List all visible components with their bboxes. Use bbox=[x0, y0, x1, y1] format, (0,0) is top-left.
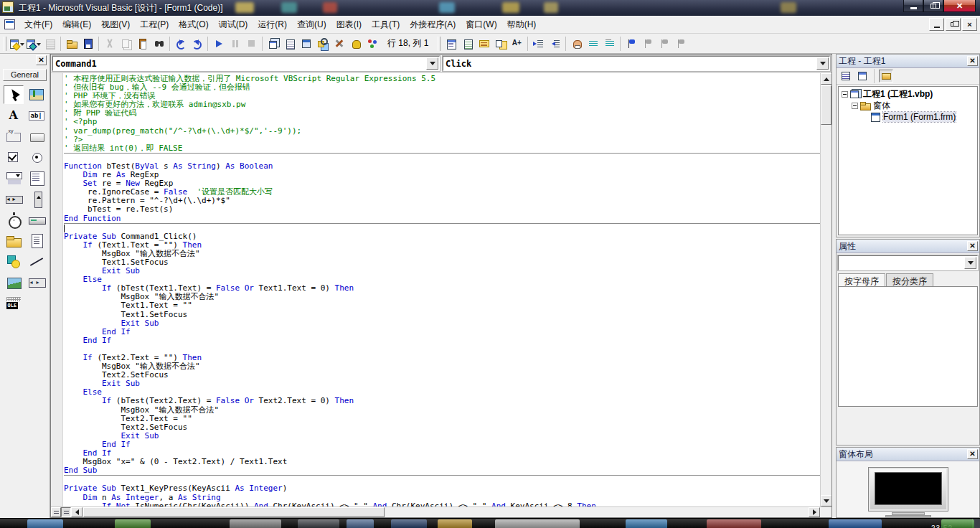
complete-word-button[interactable] bbox=[509, 36, 525, 52]
close-button[interactable]: ✕ bbox=[943, 0, 976, 12]
project-explorer-button[interactable] bbox=[265, 36, 281, 52]
taskbar-app-icon[interactable] bbox=[230, 519, 281, 528]
quick-info-button[interactable] bbox=[476, 36, 492, 52]
taskbar-app-icon[interactable] bbox=[298, 519, 339, 528]
full-module-view-button[interactable] bbox=[61, 507, 71, 517]
scroll-up-button[interactable] bbox=[821, 73, 831, 85]
taskbar-app-icon[interactable] bbox=[27, 519, 63, 528]
event-combo[interactable]: Click bbox=[443, 56, 830, 71]
code-line-4[interactable]: ' 如果您有更好的方法，欢迎联系 admin@sxb.pw bbox=[64, 100, 820, 109]
combo-dropdown-icon[interactable] bbox=[964, 257, 976, 269]
code-line-11[interactable]: Function bTest(ByVal s As String) As Boo… bbox=[64, 162, 820, 171]
add-form-button[interactable] bbox=[25, 36, 42, 52]
menu-item-工程P[interactable]: 工程(P) bbox=[135, 16, 174, 33]
properties-tab-categorized[interactable]: 按分类序 bbox=[886, 273, 933, 286]
outdent-button[interactable] bbox=[547, 36, 563, 52]
list-properties-button[interactable] bbox=[443, 36, 459, 52]
redo-button[interactable] bbox=[189, 36, 205, 52]
data-view-button[interactable] bbox=[347, 36, 364, 52]
form-layout-titlebar[interactable]: 窗体布局 ✕ bbox=[837, 448, 979, 461]
code-line-41[interactable]: Text2.SetFocus bbox=[64, 423, 820, 432]
tool-checkbox[interactable] bbox=[4, 148, 24, 166]
menu-item-查询U[interactable]: 查询(U) bbox=[292, 16, 331, 33]
code-line-42[interactable]: Exit Sub bbox=[64, 432, 820, 440]
vertical-scrollbar[interactable] bbox=[820, 73, 831, 506]
add-project-button[interactable] bbox=[9, 36, 25, 52]
code-line-17[interactable]: End Function bbox=[64, 214, 820, 224]
tool-image[interactable] bbox=[4, 273, 24, 291]
tree-expander-icon[interactable] bbox=[852, 103, 858, 109]
view-object-button[interactable] bbox=[855, 70, 870, 82]
dropdown-arrow-icon[interactable] bbox=[20, 43, 24, 48]
scroll-left-button[interactable] bbox=[71, 507, 83, 517]
form-layout-button[interactable] bbox=[298, 36, 314, 52]
parameter-info-button[interactable] bbox=[492, 36, 509, 52]
toolbox-tab-general[interactable]: General bbox=[3, 69, 47, 81]
code-line-29[interactable]: Exit Sub bbox=[64, 319, 820, 328]
minimize-button[interactable] bbox=[903, 0, 923, 12]
menu-item-外接程序A[interactable]: 外接程序(A) bbox=[405, 16, 461, 33]
menu-item-运行R[interactable]: 运行(R) bbox=[253, 16, 292, 33]
object-combo[interactable]: Command1 bbox=[52, 56, 440, 71]
toggle-breakpoint-button[interactable] bbox=[568, 36, 585, 52]
code-line-28[interactable]: Text1.SetFocus bbox=[64, 311, 820, 319]
tool-label[interactable] bbox=[4, 106, 24, 125]
combo-dropdown-icon[interactable] bbox=[816, 57, 829, 70]
properties-object-combo[interactable] bbox=[838, 255, 978, 270]
toolbox-button[interactable] bbox=[331, 36, 347, 52]
menu-item-视图V[interactable]: 视图(V) bbox=[96, 16, 135, 33]
taskbar-app-icon[interactable] bbox=[941, 519, 974, 528]
tree-node-folder[interactable]: 窗体 bbox=[839, 100, 977, 111]
taskbar-app-icon[interactable] bbox=[626, 519, 667, 528]
code-line-16[interactable]: bTest = re.Test(s) bbox=[64, 205, 820, 214]
tree-node-form[interactable]: Form1 (Form1.frm) bbox=[839, 111, 977, 123]
menu-item-文件F[interactable]: 文件(F) bbox=[19, 16, 57, 33]
mdi-minimize-button[interactable] bbox=[929, 18, 944, 31]
code-line-35[interactable]: Text2.SetFocus bbox=[64, 371, 820, 380]
monitor-screen[interactable] bbox=[875, 472, 942, 505]
menu-item-工具T[interactable]: 工具(T) bbox=[367, 16, 405, 33]
project-panel-close-button[interactable]: ✕ bbox=[967, 56, 978, 66]
code-line-5[interactable]: ' 附 PHP 验证代码 bbox=[64, 109, 820, 118]
horizontal-scroll-thumb[interactable] bbox=[83, 507, 385, 517]
taskbar-app-icon[interactable] bbox=[495, 519, 580, 528]
horizontal-scrollbar[interactable] bbox=[71, 507, 820, 517]
toggle-folders-button[interactable] bbox=[879, 70, 893, 82]
code-line-30[interactable]: End If bbox=[64, 328, 820, 336]
tool-combobox[interactable] bbox=[4, 169, 24, 187]
undo-button[interactable] bbox=[172, 36, 189, 52]
tool-optionbutton[interactable] bbox=[27, 148, 47, 166]
uncomment-block-button[interactable] bbox=[601, 36, 618, 52]
menu-item-格式O[interactable]: 格式(O) bbox=[174, 16, 213, 33]
code-line-31[interactable]: End If bbox=[64, 336, 820, 345]
taskbar-app-icon[interactable] bbox=[707, 519, 761, 528]
code-line-36[interactable]: Exit Sub bbox=[64, 380, 820, 388]
code-line-34[interactable]: MsgBox "输入数据不合法" bbox=[64, 362, 820, 371]
menu-item-编辑E[interactable]: 编辑(E) bbox=[57, 16, 96, 33]
taskbar-app-icon[interactable] bbox=[347, 519, 374, 528]
menu-item-帮助H[interactable]: 帮助(H) bbox=[502, 16, 542, 33]
properties-tab-alphabetic[interactable]: 按字母序 bbox=[838, 273, 885, 286]
taskbar-app-icon[interactable] bbox=[829, 519, 882, 528]
taskbar-app-icon[interactable] bbox=[115, 519, 151, 528]
windows-taskbar[interactable]: 23:52 bbox=[0, 518, 980, 528]
scroll-down-button[interactable] bbox=[821, 495, 831, 506]
tool-textbox[interactable] bbox=[27, 106, 47, 125]
code-line-22[interactable]: Text1.SetFocus bbox=[64, 258, 820, 267]
tool-timer[interactable] bbox=[4, 210, 24, 229]
properties-window-button[interactable] bbox=[281, 36, 298, 52]
code-line-21[interactable]: MsgBox "输入数据不合法" bbox=[64, 250, 820, 258]
tree-node-project[interactable]: 工程1 (工程1.vbp) bbox=[839, 88, 977, 100]
mdi-document-icon[interactable] bbox=[4, 19, 15, 29]
code-line-43[interactable]: End If bbox=[64, 440, 820, 449]
tool-data[interactable] bbox=[27, 273, 47, 291]
component-manager-button[interactable] bbox=[364, 36, 380, 52]
comment-block-button[interactable] bbox=[585, 36, 601, 52]
code-line-9[interactable]: ' 返回结果 int(0)，即 FALSE bbox=[64, 144, 820, 154]
toolbar-handle[interactable] bbox=[438, 37, 440, 51]
form-layout-close-button[interactable]: ✕ bbox=[967, 449, 978, 459]
menu-item-窗口W[interactable]: 窗口(W) bbox=[461, 16, 501, 33]
code-line-2[interactable]: ' 但依旧有 bug，输入 --9 会通过验证，但会报错 bbox=[64, 83, 820, 92]
mdi-restore-button[interactable] bbox=[946, 18, 961, 31]
code-line-12[interactable]: Dim re As RegExp bbox=[64, 171, 820, 179]
